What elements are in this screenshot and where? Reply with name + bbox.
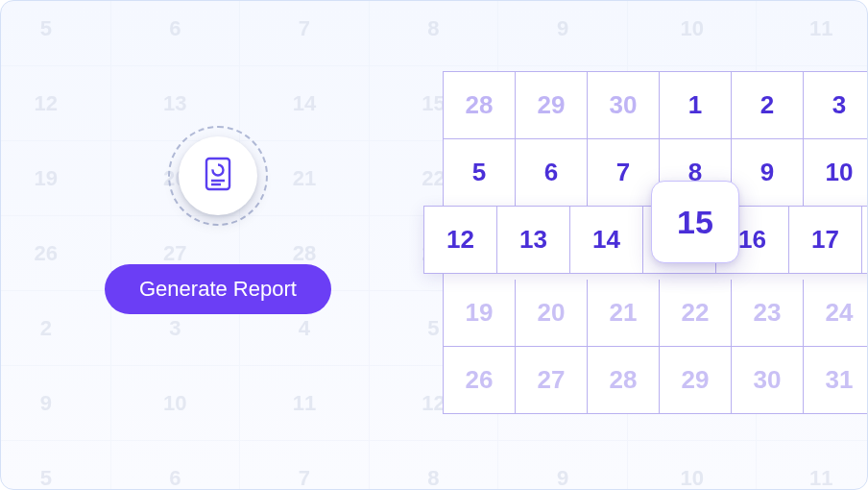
bg-calendar-day: 5 xyxy=(0,0,111,66)
calendar-day[interactable]: 2 xyxy=(732,72,804,139)
calendar-row-floating: 12131415161718 xyxy=(423,206,868,274)
bg-calendar-day: 6 xyxy=(111,0,241,66)
bg-calendar-day: 10 xyxy=(628,0,758,66)
report-icon xyxy=(199,155,237,197)
bg-calendar-day: 9 xyxy=(0,366,111,441)
calendar-day[interactable]: 29 xyxy=(660,347,732,414)
calendar-day[interactable]: 31 xyxy=(804,347,868,414)
bg-calendar-day: 19 xyxy=(0,141,111,216)
bg-calendar-day: 12 xyxy=(0,66,111,141)
bg-calendar-day: 10 xyxy=(111,366,241,441)
calendar-day[interactable]: 19 xyxy=(444,280,516,347)
calendar-day[interactable]: 30 xyxy=(588,72,660,139)
calendar-day[interactable]: 27 xyxy=(516,347,588,414)
calendar-day[interactable]: 29 xyxy=(516,72,588,139)
feature-card: 5678910111213141516171819202122232425262… xyxy=(0,0,868,490)
calendar-day[interactable]: 30 xyxy=(732,347,804,414)
calendar-day[interactable]: 10 xyxy=(804,139,868,207)
calendar-day[interactable]: 9 xyxy=(732,139,804,207)
calendar-day[interactable]: 20 xyxy=(516,280,588,347)
bg-calendar-day: 8 xyxy=(370,0,499,66)
calendar-day[interactable]: 12 xyxy=(424,207,497,274)
bg-calendar-day: 7 xyxy=(240,0,370,66)
bg-calendar-day: 7 xyxy=(240,441,370,490)
calendar-day-highlighted[interactable]: 15 xyxy=(651,181,739,263)
calendar-day[interactable]: 23 xyxy=(732,280,804,347)
calendar-day[interactable]: 3 xyxy=(804,72,868,139)
calendar-day[interactable]: 6 xyxy=(516,139,588,207)
report-icon-shell xyxy=(168,126,268,226)
calendar-day[interactable]: 28 xyxy=(588,347,660,414)
calendar-day[interactable]: 28 xyxy=(444,72,516,139)
bg-calendar-day: 5 xyxy=(0,441,111,490)
calendar-day[interactable]: 5 xyxy=(444,139,516,207)
calendar-day[interactable]: 7 xyxy=(588,139,660,207)
calendar-day[interactable]: 17 xyxy=(789,207,862,274)
calendar-day[interactable]: 18 xyxy=(862,207,868,274)
calendar-day[interactable]: 26 xyxy=(444,347,516,414)
calendar-day[interactable]: 22 xyxy=(660,280,732,347)
bg-calendar-day: 2 xyxy=(0,291,111,366)
svg-point-1 xyxy=(212,165,223,176)
generate-report-button[interactable]: Generate Report xyxy=(105,264,331,314)
calendar-day[interactable]: 24 xyxy=(804,280,868,347)
bg-calendar-day: 6 xyxy=(111,441,241,490)
bg-calendar-day: 9 xyxy=(498,441,628,490)
calendar-day[interactable]: 13 xyxy=(497,207,570,274)
calendar-day[interactable]: 21 xyxy=(588,280,660,347)
report-icon-button[interactable] xyxy=(179,136,257,215)
bg-calendar-day: 11 xyxy=(757,0,868,66)
bg-calendar-day: 26 xyxy=(0,216,111,291)
bg-calendar-day: 11 xyxy=(757,441,868,490)
report-group: Generate Report xyxy=(105,126,331,314)
bg-calendar-day: 9 xyxy=(498,0,628,66)
bg-calendar-day: 8 xyxy=(370,441,499,490)
calendar-day[interactable]: 1 xyxy=(660,72,732,139)
bg-calendar-day: 10 xyxy=(628,441,758,490)
calendar-day[interactable]: 14 xyxy=(570,207,643,274)
bg-calendar-day: 11 xyxy=(240,366,370,441)
